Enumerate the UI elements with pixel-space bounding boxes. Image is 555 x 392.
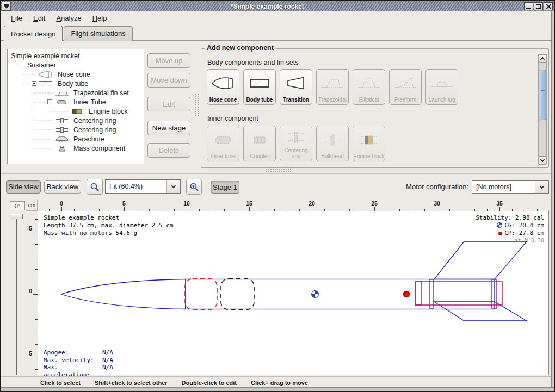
tree-item-centering-ring[interactable]: Centering ring: [8, 126, 144, 134]
tree-item-sustainer[interactable]: Sustainer: [8, 61, 144, 70]
nose-cone-icon: [211, 70, 236, 97]
delete-button[interactable]: Delete: [147, 143, 190, 158]
menubar: FileEditAnalyzeHelp: [2, 12, 551, 24]
rotation-slider-track[interactable]: [16, 219, 17, 375]
scroll-down-button[interactable]: [539, 156, 546, 164]
add-engine-block-button[interactable]: Engine block: [353, 126, 385, 161]
zoom-out-button[interactable]: [87, 179, 103, 195]
edit-button[interactable]: Edit: [147, 97, 190, 111]
tree-item-label: Trapezoidal fin set: [73, 89, 129, 97]
section-label: Inner component: [207, 115, 258, 122]
rotation-slider-handle[interactable]: [11, 214, 23, 219]
status-hint: Double-click to edit: [182, 379, 237, 386]
tree-item-engine-block[interactable]: Engine block: [8, 107, 144, 116]
tree-item-inner-tube[interactable]: Inner Tube: [8, 98, 144, 107]
tree-item-label: Inner Tube: [73, 98, 106, 106]
mass-component-outline: [221, 279, 254, 310]
motor-configuration-select[interactable]: [No motors]: [472, 180, 549, 194]
view-panel: Side view Back view Fit (60.4%) Stage 1 …: [1, 173, 555, 387]
new-stage-button[interactable]: New stage: [147, 121, 190, 135]
window-title: *Simple example rocket: [11, 3, 524, 10]
fin-trapezoid-icon: [320, 70, 345, 97]
component-button-label: Transition: [283, 97, 309, 103]
minimize-icon: [526, 8, 531, 9]
tree-item-simple-example-rocket[interactable]: Simple example rocket: [8, 52, 144, 60]
minimize-button[interactable]: [524, 2, 533, 10]
tree-item-mass-component[interactable]: Mass component: [8, 144, 144, 153]
add-body-tube-button[interactable]: Body tube: [243, 69, 276, 105]
add-launch-lug-button[interactable]: Launch lug: [425, 69, 458, 105]
zoom-in-button[interactable]: [186, 179, 202, 195]
scroll-up-button[interactable]: [539, 54, 546, 63]
tree-expander[interactable]: [47, 99, 52, 104]
inner-tube-icon: [54, 98, 70, 108]
tab-flight-simulations[interactable]: Flight simulations: [64, 26, 132, 41]
move-up-button[interactable]: Move up: [147, 53, 190, 68]
close-button[interactable]: [544, 2, 553, 10]
cg-value: 20.4 cm: [519, 222, 544, 229]
chevron-down-icon: [166, 180, 180, 193]
cp-value: 27.8 cm: [519, 229, 544, 237]
titlebar: *Simple example rocket: [1, 1, 554, 11]
add-centering-ring-button[interactable]: Centering ring: [280, 126, 312, 161]
status-hint: Click+ drag to move: [251, 379, 308, 386]
menu-file[interactable]: File: [6, 13, 27, 23]
window-menu-icon: [4, 4, 9, 5]
rocket-canvas[interactable]: Simple example rocket Length 37.5 cm, ma…: [38, 211, 549, 375]
component-button-label: Freeform: [394, 97, 417, 103]
engine-block-icon: [356, 126, 381, 153]
tree-expander[interactable]: [32, 81, 36, 86]
tree-expander[interactable]: [20, 63, 24, 67]
zoom-level-select[interactable]: Fit (60.4%): [105, 179, 181, 194]
add-nose-cone-button[interactable]: Nose cone: [207, 69, 239, 105]
menu-analyze[interactable]: Analyze: [51, 13, 86, 23]
motor-configuration-label: Motor configuration:: [381, 183, 468, 191]
tree-item-nose-cone[interactable]: Nose cone: [8, 70, 144, 79]
parachute-outline: [185, 279, 217, 310]
window-menu-button[interactable]: [2, 2, 11, 11]
add-freeform-button[interactable]: Freeform: [389, 69, 422, 105]
side-view-button[interactable]: Side view: [6, 180, 41, 194]
add-transition-button[interactable]: Transition: [280, 69, 312, 105]
tab-rocket-design[interactable]: Rocket design: [4, 26, 63, 41]
launch-lug-icon: [429, 70, 454, 97]
tree-item-body-tube[interactable]: Body tube: [8, 79, 144, 88]
add-elliptical-button[interactable]: Elliptical: [353, 69, 385, 105]
add-inner-tube-button[interactable]: Inner tube: [207, 126, 239, 161]
cg-icon: [497, 222, 502, 228]
tree-item-label: Parachute: [73, 135, 104, 143]
component-button-label: Bulkhead: [321, 153, 344, 159]
app-window: *Simple example rocket FileEditAnalyzeHe…: [0, 0, 555, 392]
ruler-unit-label: cm: [27, 200, 38, 211]
component-button-label: Engine block: [353, 153, 384, 159]
tree-item-centering-ring[interactable]: Centering ring: [8, 116, 144, 125]
tree-item-label: Sustainer: [27, 61, 56, 69]
menu-help[interactable]: Help: [88, 13, 112, 23]
add-trapezoidal-button[interactable]: Trapezoidal: [316, 69, 349, 105]
tree-item-trapezoidal-fin-set[interactable]: Trapezoidal fin set: [8, 89, 144, 97]
component-button-label: Coupler: [250, 153, 269, 159]
stage-1-toggle[interactable]: Stage 1: [211, 181, 239, 194]
panel-splitter[interactable]: [1, 166, 555, 173]
add-bulkhead-button[interactable]: Bulkhead: [316, 126, 349, 161]
tree-item-label: Mass component: [73, 145, 125, 152]
tree-item-label: Engine block: [89, 108, 128, 115]
motor-mount-outlines: [415, 279, 502, 308]
magnifier-plus-icon: [189, 182, 199, 192]
component-scrollbar[interactable]: [538, 54, 547, 165]
cg-marker: [312, 291, 319, 298]
scrollbar-thumb[interactable]: [539, 70, 546, 120]
maximize-button[interactable]: [534, 2, 543, 10]
coupler-icon: [247, 126, 272, 153]
fin-elliptical-icon: [356, 70, 381, 97]
vertical-splitter-grip[interactable]: [195, 93, 199, 117]
centering-ring-icon: [54, 117, 70, 126]
back-view-button[interactable]: Back view: [44, 180, 81, 194]
component-button-label: Centering ring: [280, 147, 312, 159]
move-down-button[interactable]: Move down: [147, 73, 190, 88]
transition-icon: [283, 70, 309, 97]
add-coupler-button[interactable]: Coupler: [243, 126, 276, 161]
tree-item-parachute[interactable]: Parachute: [8, 135, 144, 144]
chevron-down-icon: [540, 157, 545, 161]
menu-edit[interactable]: Edit: [28, 13, 50, 23]
